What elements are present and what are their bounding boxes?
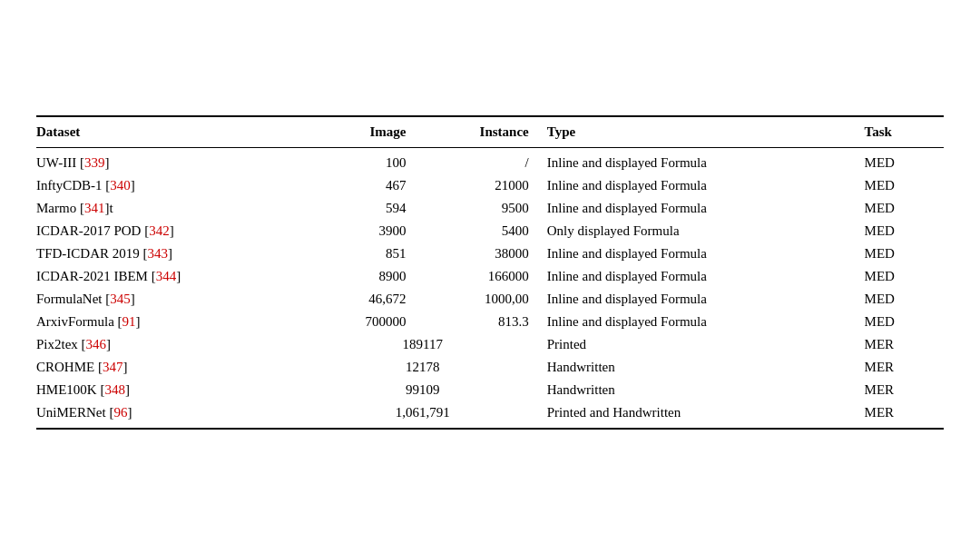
cell-instance: 9500 — [424, 197, 546, 220]
ref-link: 348 — [104, 382, 125, 397]
cell-merged-image-instance: 99109 — [317, 379, 547, 401]
cell-task: MER — [856, 379, 944, 401]
ref-link: 91 — [122, 314, 136, 329]
cell-type: Inline and displayed Formula — [547, 311, 856, 333]
cell-type: Inline and displayed Formula — [547, 265, 856, 288]
cell-type: Printed — [547, 333, 856, 356]
col-header-image: Image — [317, 116, 425, 148]
cell-type: Handwritten — [547, 379, 856, 401]
table-row: ArxivFormula [91]700000813.3Inline and d… — [36, 311, 944, 333]
cell-instance: 166000 — [424, 265, 546, 288]
cell-image: 594 — [317, 197, 425, 220]
cell-merged-image-instance: 189117 — [317, 333, 547, 356]
col-header-type: Type — [547, 116, 856, 148]
ref-link: 340 — [110, 178, 131, 193]
ref-link: 339 — [84, 155, 105, 170]
cell-image: 3900 — [317, 220, 425, 242]
col-header-task: Task — [856, 116, 944, 148]
cell-image: 467 — [317, 174, 425, 197]
cell-instance: 38000 — [424, 242, 546, 265]
cell-merged-image-instance: 1,061,791 — [317, 401, 547, 429]
table-row: UniMERNet [96]1,061,791Printed and Handw… — [36, 401, 944, 429]
data-table: Dataset Image Instance Type Task UW-III … — [36, 115, 944, 430]
ref-link: 344 — [156, 269, 177, 283]
cell-task: MED — [856, 265, 944, 288]
cell-task: MER — [856, 333, 944, 356]
cell-task: MED — [856, 174, 944, 197]
cell-type: Inline and displayed Formula — [547, 288, 856, 311]
table-row: HME100K [348]99109HandwrittenMER — [36, 379, 944, 401]
cell-type: Inline and displayed Formula — [547, 242, 856, 265]
table-row: Marmo [341]t5949500Inline and displayed … — [36, 197, 944, 220]
cell-type: Inline and displayed Formula — [547, 174, 856, 197]
cell-image: 8900 — [317, 265, 425, 288]
cell-type: Only displayed Formula — [547, 220, 856, 242]
table-row: ICDAR-2021 IBEM [344]8900166000Inline an… — [36, 265, 944, 288]
ref-link: 347 — [103, 360, 123, 374]
cell-type: Inline and displayed Formula — [547, 147, 856, 174]
cell-dataset: HME100K [348] — [36, 379, 317, 401]
ref-link: 343 — [148, 246, 169, 261]
cell-dataset: ICDAR-2021 IBEM [344] — [36, 265, 317, 288]
cell-task: MED — [856, 288, 944, 311]
cell-task: MED — [856, 197, 944, 220]
cell-instance: 21000 — [424, 174, 546, 197]
cell-dataset: CROHME [347] — [36, 356, 317, 379]
ref-link: 342 — [149, 223, 170, 238]
cell-dataset: FormulaNet [345] — [36, 288, 317, 311]
cell-task: MED — [856, 311, 944, 333]
cell-task: MED — [856, 242, 944, 265]
col-header-instance: Instance — [424, 116, 546, 148]
table-row: CROHME [347]12178HandwrittenMER — [36, 356, 944, 379]
cell-dataset: Marmo [341]t — [36, 197, 317, 220]
ref-link: 346 — [86, 337, 107, 351]
table-container: Dataset Image Instance Type Task UW-III … — [36, 115, 944, 430]
cell-image: 700000 — [317, 311, 425, 333]
cell-image: 851 — [317, 242, 425, 265]
table-row: InftyCDB-1 [340]46721000Inline and displ… — [36, 174, 944, 197]
cell-task: MER — [856, 356, 944, 379]
cell-dataset: Pix2tex [346] — [36, 333, 317, 356]
cell-dataset: ICDAR-2017 POD [342] — [36, 220, 317, 242]
table-row: ICDAR-2017 POD [342]39005400Only display… — [36, 220, 944, 242]
cell-dataset: UW-III [339] — [36, 147, 317, 174]
cell-instance: 1000,00 — [424, 288, 546, 311]
cell-type: Handwritten — [547, 356, 856, 379]
cell-instance: 5400 — [424, 220, 546, 242]
cell-merged-image-instance: 12178 — [317, 356, 547, 379]
cell-dataset: ArxivFormula [91] — [36, 311, 317, 333]
cell-type: Inline and displayed Formula — [547, 197, 856, 220]
header-row: Dataset Image Instance Type Task — [36, 116, 944, 148]
ref-link: 341 — [84, 201, 105, 215]
cell-image: 46,672 — [317, 288, 425, 311]
cell-task: MED — [856, 220, 944, 242]
cell-instance: / — [424, 147, 546, 174]
cell-image: 100 — [317, 147, 425, 174]
table-row: Pix2tex [346]189117PrintedMER — [36, 333, 944, 356]
table-row: FormulaNet [345]46,6721000,00Inline and … — [36, 288, 944, 311]
cell-type: Printed and Handwritten — [547, 401, 856, 429]
table-row: TFD-ICDAR 2019 [343]85138000Inline and d… — [36, 242, 944, 265]
cell-task: MER — [856, 401, 944, 429]
ref-link: 345 — [110, 292, 131, 306]
ref-link: 96 — [113, 405, 127, 420]
cell-dataset: TFD-ICDAR 2019 [343] — [36, 242, 317, 265]
col-header-dataset: Dataset — [36, 116, 317, 148]
cell-dataset: InftyCDB-1 [340] — [36, 174, 317, 197]
cell-instance: 813.3 — [424, 311, 546, 333]
cell-task: MED — [856, 147, 944, 174]
table-row: UW-III [339]100/Inline and displayed For… — [36, 147, 944, 174]
cell-dataset: UniMERNet [96] — [36, 401, 317, 429]
